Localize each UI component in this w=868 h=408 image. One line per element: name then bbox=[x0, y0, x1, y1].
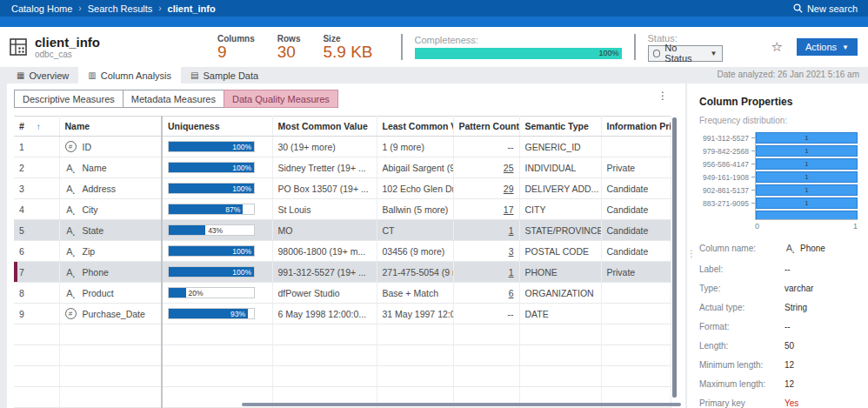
property-field: Label:-- bbox=[699, 264, 858, 275]
column-header-name[interactable]: Name bbox=[59, 117, 162, 137]
property-field: Maximum length:12 bbox=[699, 378, 858, 390]
uniqueness-value: 43% bbox=[208, 225, 223, 236]
uniqueness-value: 93% bbox=[230, 309, 245, 319]
column-header-least-common-value[interactable]: Least Common Value bbox=[377, 117, 453, 137]
measure-button-data-quality-measures[interactable]: Data Quality Measures bbox=[224, 90, 338, 108]
semantic-type: GENERIC_ID bbox=[519, 137, 601, 157]
information-privacy: Candidate bbox=[601, 220, 671, 241]
actions-label: Actions bbox=[805, 42, 837, 52]
property-field: Length:50 bbox=[699, 340, 858, 351]
tab-label: Column Analysis bbox=[101, 70, 171, 81]
uniqueness-cell: 100% bbox=[162, 178, 272, 199]
pattern-count-link[interactable]: 17 bbox=[504, 204, 514, 215]
table-header-row: #↑NameUniquenessMost Common ValueLeast C… bbox=[14, 117, 671, 137]
table-row[interactable]: 2AName100%Sidney Tretter (19+ ...Abigail… bbox=[14, 157, 671, 178]
property-value: APhone bbox=[785, 243, 825, 256]
vertical-scrollbar[interactable] bbox=[672, 117, 677, 398]
chart-bar: 1 bbox=[756, 145, 858, 157]
character-type-icon: A bbox=[65, 246, 77, 257]
status-value: No Status bbox=[664, 43, 705, 64]
pattern-count-cell: 25 bbox=[453, 157, 519, 178]
new-search-button[interactable]: New search bbox=[793, 3, 858, 14]
status-dropdown[interactable]: No Status ▼ bbox=[648, 45, 723, 62]
column-header-uniqueness[interactable]: Uniqueness bbox=[162, 117, 272, 137]
stat-value: 5.9 KB bbox=[323, 43, 372, 61]
row-number: 7 bbox=[14, 262, 59, 283]
breadcrumb-item[interactable]: Catalog Home bbox=[11, 3, 72, 14]
column-name: ID bbox=[83, 142, 92, 152]
pattern-count-link[interactable]: 3 bbox=[509, 246, 514, 257]
uniqueness-cell: 87% bbox=[162, 199, 272, 220]
divider bbox=[634, 34, 636, 60]
actions-button[interactable]: Actions ▼ bbox=[797, 38, 858, 56]
uniqueness-cell: 100% bbox=[162, 137, 272, 157]
table-row[interactable]: 9#Purchase_Date93%6 May 1998 12:00:0...3… bbox=[14, 304, 671, 324]
chart-bar: 1 bbox=[756, 158, 858, 170]
column-header-semantic-type[interactable]: Semantic Type bbox=[519, 117, 601, 137]
table-row[interactable]: 1#ID100%30 (19+ more)1 (9 more)--GENERIC… bbox=[14, 137, 671, 157]
column-header--[interactable]: #↑ bbox=[14, 117, 59, 137]
least-common-value: Base + Match bbox=[377, 283, 453, 304]
semantic-type: DATE bbox=[519, 304, 601, 324]
sample-data-icon: ▤ bbox=[190, 70, 198, 80]
row-number: 1 bbox=[14, 137, 59, 157]
pattern-count-link[interactable]: 6 bbox=[509, 288, 514, 298]
tab-overview[interactable]: ▦Overview bbox=[7, 67, 78, 84]
favorite-star-icon[interactable]: ☆ bbox=[771, 39, 783, 55]
uniqueness-cell: 100% bbox=[162, 241, 272, 262]
dataset-stat: Size5.9 KB bbox=[323, 34, 372, 61]
panel-splitter-handle[interactable]: ⋮ bbox=[687, 252, 696, 256]
table-row[interactable]: 4ACity87%St LouisBallwin (5 more)17CITYC… bbox=[14, 199, 671, 220]
pattern-count-link[interactable]: 1 bbox=[509, 267, 514, 278]
accent-band bbox=[0, 17, 868, 27]
numeric-type-icon: # bbox=[65, 308, 77, 319]
stat-value: 30 bbox=[277, 43, 301, 61]
chevron-down-icon: ▼ bbox=[842, 43, 849, 51]
table-options-kebab-icon[interactable]: ⋮ bbox=[658, 91, 668, 100]
property-label: Minimum length: bbox=[699, 359, 785, 371]
row-number: 9 bbox=[14, 304, 59, 324]
dataset-icon bbox=[9, 37, 28, 57]
table-row[interactable]: 8AProduct20%dfPower StudioBase + Match6O… bbox=[14, 283, 671, 304]
column-header-pattern-count[interactable]: Pattern Count bbox=[453, 117, 519, 137]
column-name-cell: #ID bbox=[59, 137, 162, 157]
row-number: 8 bbox=[14, 283, 59, 304]
breadcrumb-item[interactable]: Search Results bbox=[88, 3, 153, 14]
measures-button-group: Descriptive MeasuresMetadata MeasuresDat… bbox=[7, 90, 685, 108]
table-row[interactable]: 7APhone100%991-312-5527 (19+ ...271-475-… bbox=[14, 262, 671, 283]
column-name: City bbox=[83, 204, 98, 215]
sort-ascending-icon[interactable]: ↑ bbox=[37, 122, 41, 131]
table-row[interactable]: 3AAddress100%PO Box 13507 (19+ ...102 Ec… bbox=[14, 178, 671, 199]
pattern-count-cell: 1 bbox=[453, 220, 519, 241]
table-row[interactable]: 6AZip100%98006-1800 (19+ m...03456 (9 mo… bbox=[14, 241, 671, 262]
breadcrumb-item[interactable]: client_info bbox=[168, 3, 216, 14]
page-header: client_info odbc_cas Columns9Rows30Size5… bbox=[0, 27, 868, 67]
chart-category-label: 949-161-1908 bbox=[699, 171, 755, 184]
tab-strip: ▦Overview▥Column Analysis▤Sample DataDat… bbox=[0, 67, 868, 84]
most-common-value: dfPower Studio bbox=[272, 283, 377, 304]
uniqueness-bar: 100% bbox=[168, 162, 255, 173]
horizontal-scrollbar[interactable] bbox=[242, 403, 681, 406]
row-number: 4 bbox=[14, 199, 59, 220]
column-name: Phone bbox=[83, 267, 109, 278]
chart-bar: 1 bbox=[756, 132, 858, 144]
pattern-count-link[interactable]: 1 bbox=[509, 225, 514, 236]
column-name: Name bbox=[83, 163, 107, 173]
property-field: Minimum length:12 bbox=[699, 359, 858, 371]
character-type-icon: A bbox=[65, 225, 77, 236]
column-header-information-privacy[interactable]: Information Privacy bbox=[601, 117, 671, 137]
tab-column-analysis[interactable]: ▥Column Analysis bbox=[78, 67, 181, 84]
pattern-count-link[interactable]: 29 bbox=[504, 184, 514, 194]
divider bbox=[401, 34, 403, 60]
tab-sample-data[interactable]: ▤Sample Data bbox=[181, 67, 268, 84]
pattern-count-cell: 6 bbox=[453, 283, 519, 304]
uniqueness-bar: 20% bbox=[168, 287, 255, 298]
chart-category-label: 991-312-5527 bbox=[699, 132, 755, 145]
measure-button-metadata-measures[interactable]: Metadata Measures bbox=[123, 90, 224, 108]
uniqueness-value: 100% bbox=[232, 267, 251, 278]
table-row[interactable]: 5AState43%MOCT1STATE/PROVINCECandidate bbox=[14, 220, 671, 241]
pattern-count-link[interactable]: 25 bbox=[504, 163, 514, 173]
new-search-label: New search bbox=[807, 3, 858, 14]
column-header-most-common-value[interactable]: Most Common Value bbox=[272, 117, 377, 137]
measure-button-descriptive-measures[interactable]: Descriptive Measures bbox=[14, 90, 123, 108]
